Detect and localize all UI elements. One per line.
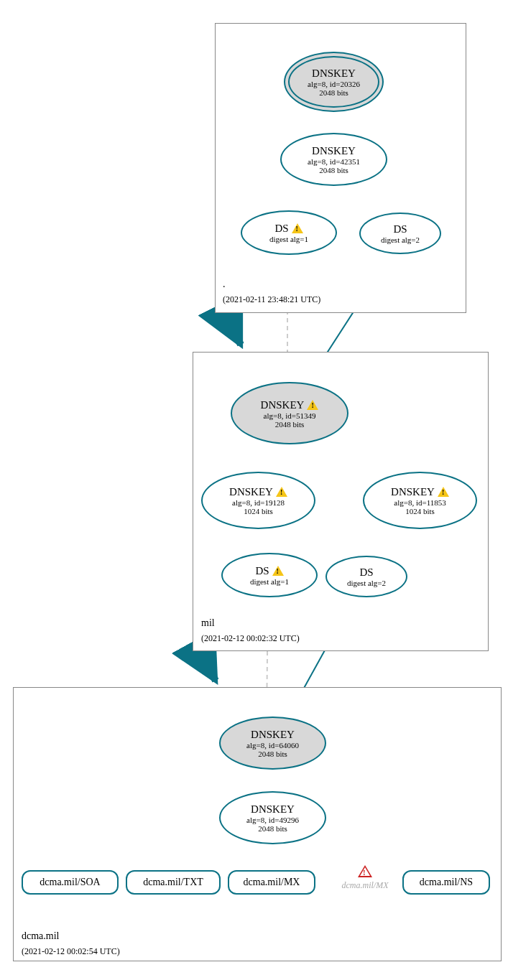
warning-icon [276,487,287,497]
node-sub: alg=8, id=20326 [308,80,360,88]
zone-dcma-timestamp: (2021-02-12 00:02:54 UTC) [22,946,120,957]
zone-root-name: . [223,279,226,290]
rr-mx[interactable]: dcma.mil/MX [228,870,315,895]
rr-soa[interactable]: dcma.mil/SOA [22,870,119,895]
node-sub: alg=8, id=11853 [394,498,446,507]
root-ds1[interactable]: DS digest alg=1 [241,210,337,255]
node-sub: digest alg=1 [250,577,289,586]
node-sub: alg=8, id=19128 [232,498,285,507]
rr-mx-error[interactable]: dcma.mil/MX [333,865,397,891]
node-title: DNSKEY [312,67,356,80]
node-sub: 1024 bits [405,507,435,515]
node-sub: alg=8, id=49296 [246,816,299,824]
zone-mil-timestamp: (2021-02-12 00:02:32 UTC) [201,633,300,644]
node-sub: 2048 bits [275,420,305,429]
root-ksk[interactable]: DNSKEY alg=8, id=20326 2048 bits [284,52,384,112]
mil-zsk1[interactable]: DNSKEY alg=8, id=19128 1024 bits [201,472,315,529]
node-title: DNSKEY [391,486,435,498]
rr-label: dcma.mil/TXT [143,877,203,888]
warning-icon [292,223,303,233]
mil-ds2[interactable]: DS digest alg=2 [325,556,407,597]
rr-ns[interactable]: dcma.mil/NS [402,870,490,895]
node-sub: digest alg=1 [269,235,308,243]
node-title: DNSKEY [261,399,305,411]
zone-dcma-name: dcma.mil [22,930,60,942]
rr-txt[interactable]: dcma.mil/TXT [126,870,221,895]
node-sub: 2048 bits [258,824,287,833]
node-sub: 2048 bits [258,750,287,758]
node-sub: alg=8, id=64060 [246,741,299,750]
node-sub: 1024 bits [244,507,273,515]
rr-label: dcma.mil/SOA [40,877,100,888]
root-ds2[interactable]: DS digest alg=2 [359,213,441,254]
node-title: DS [359,566,373,579]
zone-root-timestamp: (2021-02-11 23:48:21 UTC) [223,294,320,305]
node-title: DNSKEY [312,145,356,157]
mil-zsk2[interactable]: DNSKEY alg=8, id=11853 1024 bits [363,472,477,529]
zone-mil-name: mil [201,617,215,629]
node-sub: alg=8, id=42351 [308,157,360,166]
node-title: DS [255,565,269,577]
node-title: DNSKEY [251,803,295,816]
dcma-ksk[interactable]: DNSKEY alg=8, id=64060 2048 bits [219,717,326,770]
mil-ds1[interactable]: DS digest alg=1 [221,553,318,597]
node-sub: digest alg=2 [347,579,386,587]
error-icon [358,865,372,877]
node-title: DS [393,223,407,235]
warning-icon [438,487,449,497]
rr-label: dcma.mil/MX [342,880,389,890]
node-sub: digest alg=2 [381,235,420,244]
node-sub: 2048 bits [319,88,348,97]
mil-ksk[interactable]: DNSKEY alg=8, id=51349 2048 bits [231,382,348,444]
node-title: DNSKEY [229,486,273,498]
dcma-zsk[interactable]: DNSKEY alg=8, id=49296 2048 bits [219,791,326,844]
node-sub: alg=8, id=51349 [264,411,316,420]
node-title: DS [274,223,288,234]
rr-label: dcma.mil/NS [420,877,473,888]
node-sub: 2048 bits [319,166,348,174]
rr-label: dcma.mil/MX [244,877,300,888]
root-zsk[interactable]: DNSKEY alg=8, id=42351 2048 bits [280,133,387,186]
warning-icon [307,400,318,410]
warning-icon [272,566,284,576]
node-title: DNSKEY [251,729,295,741]
